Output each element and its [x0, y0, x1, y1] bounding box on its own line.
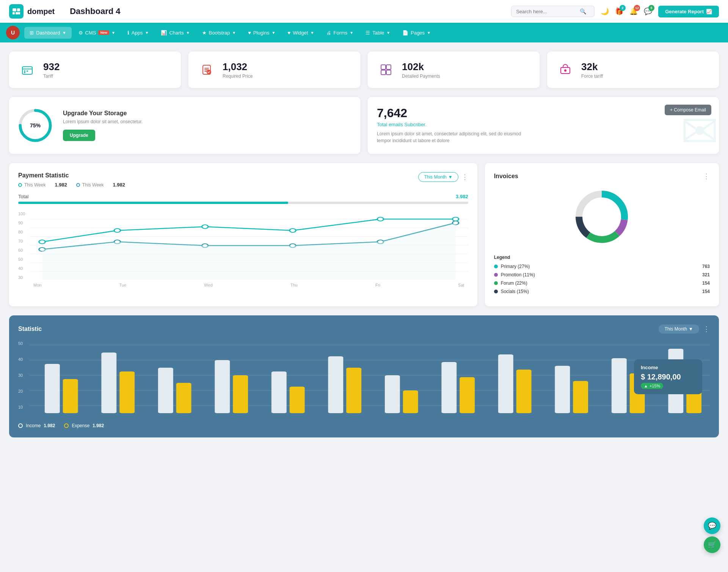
chevron-down-icon: ▼ — [427, 31, 431, 35]
payment-title: Payment Statistic — [18, 172, 125, 179]
dashboard-icon: ⊞ — [30, 30, 34, 36]
moon-icon[interactable]: 🌙 — [601, 7, 609, 16]
navbar: U ⊞ Dashboard ▼ ⚙ CMS New ▼ ℹ Apps ▼ 📊 C… — [0, 23, 728, 42]
chat-badge: 5 — [648, 5, 654, 11]
nav-item-apps[interactable]: ℹ Apps ▼ — [122, 27, 154, 39]
svg-point-26 — [114, 229, 121, 232]
svg-point-29 — [377, 217, 384, 221]
tariff-icon — [18, 61, 36, 79]
bootstrap-icon: ★ — [202, 30, 207, 36]
payment-progress-bar — [18, 202, 468, 204]
email-count: 7,642 — [377, 106, 710, 120]
bell-btn[interactable]: 🔔 12 — [629, 7, 638, 16]
search-icon[interactable]: 🔍 — [580, 8, 586, 14]
nav-item-plugins[interactable]: ♥ Plugins ▼ — [243, 27, 281, 39]
progress-fill — [18, 202, 288, 204]
chevron-down-icon: ▼ — [145, 31, 149, 35]
svg-rect-68 — [612, 358, 627, 413]
logo-icon — [9, 4, 24, 19]
email-card: + Compose Email 7,642 Total emails Subcr… — [368, 97, 719, 154]
nav-item-forms[interactable]: 🖨 Forms ▼ — [321, 27, 359, 39]
svg-rect-13 — [386, 70, 391, 75]
nav-item-cms[interactable]: ⚙ CMS New ▼ — [73, 27, 121, 39]
total-value: 3.982 — [456, 194, 468, 199]
statistic-more-options[interactable]: ⋮ — [703, 325, 710, 333]
svg-rect-65 — [516, 370, 532, 413]
svg-rect-49 — [63, 379, 78, 413]
forum-dot — [494, 281, 498, 285]
chevron-down-icon: ▼ — [689, 326, 693, 332]
chevron-down-icon: ▼ — [311, 31, 314, 35]
svg-rect-56 — [271, 371, 287, 413]
svg-rect-11 — [386, 65, 391, 69]
search-input[interactable] — [516, 9, 577, 14]
email-description: Lorem ipsum dolor sit amet, consectetur … — [377, 130, 529, 144]
invoices-card: Invoices ⋮ — [485, 163, 719, 306]
detailed-payments-label: Detailed Payments — [402, 74, 440, 79]
payment-more-options[interactable]: ⋮ — [461, 173, 468, 181]
payment-filter-button[interactable]: This Month ▼ — [418, 172, 458, 182]
svg-rect-2 — [13, 12, 15, 14]
income-legend-value: 1.982 — [44, 423, 55, 428]
svg-rect-12 — [381, 70, 386, 75]
svg-rect-6 — [27, 71, 28, 72]
logo-text: dompet — [27, 7, 55, 16]
page-title: Dashboard 4 — [70, 6, 511, 16]
generate-report-button[interactable]: Generate Report 📈 — [658, 6, 719, 17]
svg-marker-37 — [42, 223, 456, 280]
svg-rect-52 — [158, 368, 173, 413]
statistic-filter-button[interactable]: This Month ▼ — [659, 324, 699, 334]
nav-item-table[interactable]: ☰ Table ▼ — [360, 27, 395, 39]
stat-cards: 932 Tariff 1,032 Required Price — [9, 52, 719, 88]
table-icon: ☰ — [366, 30, 370, 36]
stat-card-tariff: 932 Tariff — [9, 52, 181, 88]
svg-rect-64 — [498, 354, 513, 413]
storage-description: Lorem ipsum dolor sit amet, onsectetur. — [63, 119, 143, 124]
search-box[interactable]: 🔍 — [511, 6, 595, 17]
nav-item-charts[interactable]: 📊 Charts ▼ — [155, 27, 195, 39]
nav-item-bootstrap[interactable]: ★ Bootstrap ▼ — [197, 27, 242, 39]
upgrade-button[interactable]: Upgrade — [63, 130, 95, 141]
legend-title: Legend — [494, 255, 710, 260]
total-row: Total 3.982 — [18, 194, 468, 199]
line-chart — [30, 212, 468, 280]
chat-btn[interactable]: 💬 5 — [644, 7, 652, 16]
invoices-more-options[interactable]: ⋮ — [703, 172, 710, 180]
svg-rect-53 — [176, 383, 191, 413]
svg-rect-59 — [346, 368, 361, 413]
gift-badge: 2 — [620, 5, 626, 11]
nav-item-dashboard[interactable]: ⊞ Dashboard ▼ — [24, 27, 72, 39]
tariff-value: 932 — [43, 61, 60, 73]
svg-rect-7 — [24, 72, 25, 73]
gift-btn[interactable]: 🎁 2 — [615, 7, 623, 16]
statistic-legend: Income 1.982 Expense 1.982 — [18, 423, 710, 428]
forum-value: 154 — [702, 281, 710, 286]
svg-rect-1 — [17, 8, 20, 11]
tariff-label: Tariff — [43, 74, 60, 79]
legend-item-2: This Week — [76, 182, 104, 188]
svg-point-25 — [39, 240, 46, 244]
apps-icon: ℹ — [127, 30, 129, 36]
svg-rect-58 — [328, 356, 343, 413]
legend-promotion: Promotion (11%) 321 — [494, 272, 710, 277]
middle-section: 75% Upgrade Your Storage Lorem ipsum dol… — [9, 97, 719, 154]
detailed-payments-value: 102k — [402, 61, 440, 73]
socials-value: 154 — [702, 289, 710, 294]
chart-icon: 📈 — [706, 9, 712, 14]
header-right: 🔍 🌙 🎁 2 🔔 12 💬 5 Generate Report 📈 — [511, 6, 719, 17]
nav-item-widget[interactable]: ♥ Widget ▼ — [282, 27, 319, 39]
nav-item-pages[interactable]: 📄 Pages ▼ — [397, 27, 436, 39]
legend-forum: Forum (22%) 154 — [494, 281, 710, 286]
required-price-label: Required Price — [223, 74, 253, 79]
payment-header: Payment Statistic This Week 1.982 This W… — [18, 172, 468, 188]
user-avatar: U — [6, 26, 20, 39]
income-legend-item: Income 1.982 — [18, 423, 55, 428]
svg-rect-67 — [573, 381, 588, 413]
income-tooltip-title: Income — [641, 365, 695, 370]
svg-point-27 — [202, 225, 208, 229]
svg-point-28 — [290, 229, 296, 232]
svg-rect-57 — [290, 387, 305, 413]
statistic-section: Statistic This Month ▼ ⋮ 50 40 30 20 10 — [9, 315, 719, 437]
storage-title: Upgrade Your Storage — [63, 110, 143, 117]
required-price-value: 1,032 — [223, 61, 253, 73]
